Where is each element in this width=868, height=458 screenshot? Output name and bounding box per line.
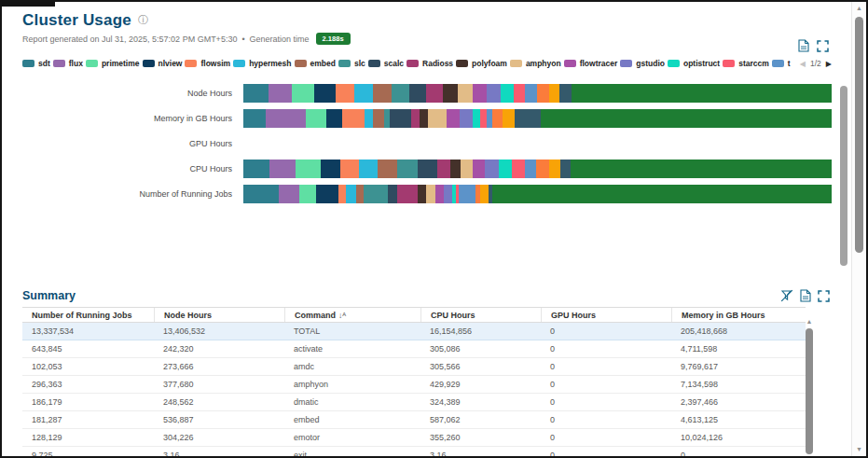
column-header-command[interactable]: Command↓ᴬ [284, 308, 420, 322]
bar-segment-flowsim[interactable] [342, 109, 365, 128]
legend-item[interactable]: flux [53, 59, 83, 68]
bar-segment-series20[interactable] [560, 160, 571, 178]
bar-segment-series21[interactable] [541, 109, 832, 128]
bar-segment-flowtracer[interactable] [435, 185, 444, 203]
bar-segment-Radioss[interactable] [437, 160, 450, 178]
bar-segment-series18[interactable] [537, 84, 549, 103]
bar-segment-sdt[interactable] [243, 185, 279, 203]
bar-segment-amphyon[interactable] [428, 109, 447, 128]
bar-segment-series20[interactable] [515, 109, 541, 128]
expand-table-icon[interactable] [818, 289, 830, 302]
bar-segment-hypermesh[interactable] [359, 160, 378, 178]
bar-segment-flowsim[interactable] [340, 160, 359, 178]
bar-segment-Radioss[interactable] [397, 185, 418, 203]
bar-segment-sdt[interactable] [243, 160, 269, 178]
page-scrollbar[interactable]: ▲ ▼ [851, 2, 866, 456]
legend-item[interactable]: Radioss [406, 59, 453, 68]
table-row[interactable]: 9,7253.16exit3.1600 [22, 447, 806, 458]
bar-segment-starccm[interactable] [514, 84, 526, 103]
bar-segment-scalc[interactable] [388, 185, 398, 203]
legend-item[interactable]: amphyon [510, 59, 561, 68]
bar-segment-flux[interactable] [266, 109, 306, 128]
export-table-icon[interactable] [800, 289, 811, 302]
bar-segment-flux[interactable] [279, 185, 299, 203]
column-header-number-of-running-jobs[interactable]: Number of Running Jobs [22, 308, 154, 322]
bar-segment-nlview[interactable] [316, 185, 338, 203]
bar-segment-flux[interactable] [269, 160, 296, 178]
bar-segment-amphyon[interactable] [458, 84, 473, 103]
info-icon[interactable]: ⓘ [138, 13, 148, 27]
bar-segment-flowtracer[interactable] [473, 160, 485, 178]
page-scrollbar-thumb[interactable] [855, 17, 863, 253]
bar-segment-t[interactable] [525, 84, 537, 103]
bar-segment-t[interactable] [525, 160, 536, 178]
bar-segment-series19[interactable] [480, 185, 489, 203]
bar-segment-primetime[interactable] [292, 84, 314, 103]
chart-scrollbar-thumb[interactable] [840, 86, 847, 266]
legend-prev-icon[interactable]: ◀ [800, 60, 806, 68]
legend-item[interactable]: scalc [368, 59, 404, 68]
table-row[interactable]: 186,179248,562dmatic324,38902,397,466 [22, 394, 806, 411]
table-row[interactable]: 296,363377,680amphyon429,92907,134,598 [22, 376, 806, 394]
bar-segment-nlview[interactable] [321, 160, 340, 178]
table-row[interactable]: 128,129304,226emotor355,260010,024,126 [22, 429, 806, 447]
bar-segment-optistruct[interactable] [499, 160, 512, 178]
table-scrollbar[interactable]: ▲ [804, 316, 815, 456]
bar-segment-series18[interactable] [492, 109, 503, 128]
bar-segment-scalc[interactable] [390, 109, 412, 128]
table-row[interactable]: 13,337,53413,406,532TOTAL16,154,8560205,… [22, 323, 806, 340]
table-scrollbar-thumb[interactable] [806, 328, 813, 454]
bar-segment-flowsim[interactable] [338, 185, 346, 203]
table-row[interactable]: 643,845242,320activate305,08604,711,598 [22, 340, 806, 358]
bar-segment-Radioss[interactable] [426, 84, 443, 103]
bar-segment-primetime[interactable] [306, 109, 326, 128]
bar-segment-slc[interactable] [397, 160, 418, 178]
bar-segment-series19[interactable] [503, 109, 515, 128]
bar-segment-polyfoam[interactable] [420, 109, 428, 128]
column-header-node-hours[interactable]: Node Hours [154, 308, 284, 322]
bar-segment-scalc[interactable] [409, 84, 426, 103]
bar-segment-hypermesh[interactable] [354, 84, 373, 103]
legend-item[interactable]: polyfoam [456, 59, 507, 68]
bar-segment-hypermesh[interactable] [365, 109, 373, 128]
bar-segment-primetime[interactable] [299, 185, 316, 203]
column-header-gpu-hours[interactable]: GPU Hours [541, 308, 671, 322]
bar-segment-amphyon[interactable] [461, 160, 473, 178]
bar-segment-gstudio[interactable] [444, 185, 452, 203]
bar-segment-flowtracer[interactable] [447, 109, 460, 128]
bar-segment-optistruct[interactable] [501, 84, 514, 103]
bar-segment-embed[interactable] [378, 160, 397, 178]
page-scroll-up-icon[interactable]: ▲ [852, 4, 866, 13]
legend-item[interactable]: optistruct [668, 59, 720, 68]
bar-segment-polyfoam[interactable] [443, 84, 458, 103]
bar-segment-sdt[interactable] [243, 84, 269, 103]
bar-segment-nlview[interactable] [314, 84, 335, 103]
bar-segment-nlview[interactable] [326, 109, 342, 128]
page-scroll-down-icon[interactable]: ▼ [852, 445, 866, 454]
bar-segment-amphyon[interactable] [426, 185, 435, 203]
legend-item[interactable]: flowsim [185, 59, 230, 68]
bar-segment-series19[interactable] [549, 160, 559, 178]
bar-segment-series21[interactable] [572, 84, 832, 103]
bar-segment-gstudio[interactable] [485, 160, 499, 178]
bar-segment-polyfoam[interactable] [450, 160, 461, 178]
bar-segment-flowtracer[interactable] [473, 84, 487, 103]
bar-segment-polyfoam[interactable] [418, 185, 426, 203]
legend-item[interactable]: gstudio [620, 59, 665, 68]
legend-item[interactable]: hypermesh [233, 59, 291, 68]
bar-segment-embed[interactable] [373, 109, 384, 128]
legend-item[interactable]: t [772, 59, 791, 68]
expand-chart-icon[interactable] [817, 39, 829, 52]
bar-segment-embed[interactable] [373, 84, 392, 103]
bar-segment-starccm[interactable] [480, 109, 487, 128]
bar-segment-slc[interactable] [364, 185, 388, 203]
column-header-memory-in-gb-hours[interactable]: Memory in GB Hours [671, 308, 806, 322]
bar-segment-t[interactable] [459, 185, 475, 203]
bar-segment-series21[interactable] [492, 185, 832, 203]
bar-segment-optistruct[interactable] [473, 109, 480, 128]
bar-segment-primetime[interactable] [296, 160, 321, 178]
bar-segment-series19[interactable] [549, 84, 560, 103]
bar-segment-sdt[interactable] [243, 109, 266, 128]
legend-item[interactable]: primetime [86, 59, 140, 68]
sort-az-icon[interactable]: ↓ᴬ [338, 311, 346, 320]
